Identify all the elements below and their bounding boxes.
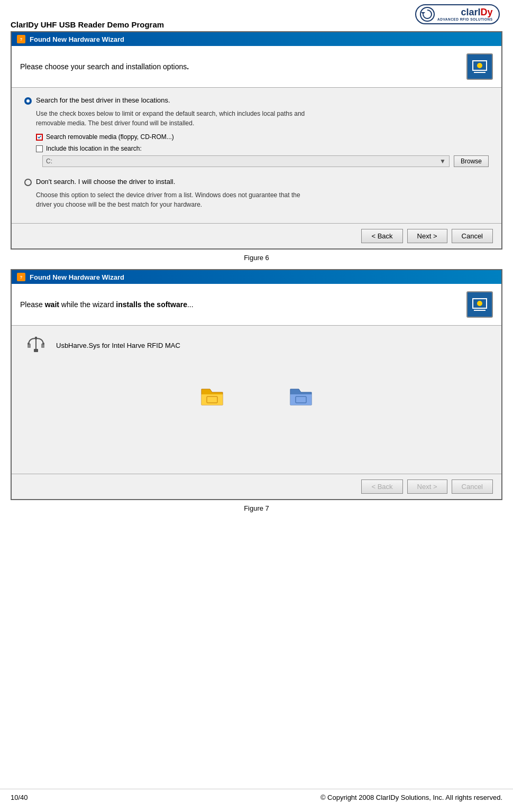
hardware-wizard-icon2	[470, 294, 490, 315]
wizard-icon-small: ?	[18, 36, 24, 42]
checkbox-location-label: Include this location in the search:	[46, 145, 142, 152]
svg-point-6	[477, 63, 482, 68]
logo-box: clarIDy ADVANCED RFID SOLUTIONS	[415, 4, 500, 24]
checkmark-icon	[38, 134, 41, 140]
svg-point-19	[42, 343, 44, 345]
radio-option-2[interactable]: Don't search. I will choose the driver t…	[24, 178, 489, 186]
checkbox-location-row[interactable]: Include this location in the search:	[36, 145, 489, 152]
figure6-titlebar: ? Found New Hardware Wizard	[12, 32, 501, 46]
checkbox-removable[interactable]	[36, 134, 43, 141]
titlebar-icon2: ?	[17, 273, 25, 281]
radio-dont-search[interactable]	[24, 179, 32, 186]
install-filename: UsbHarve.Sys for Intel Harve RFID MAC	[56, 342, 180, 349]
usb-plug-icon	[24, 336, 48, 353]
figure6-next-button[interactable]: Next >	[407, 229, 447, 243]
svg-rect-17	[34, 349, 38, 352]
checkbox-removable-label: Search removable media (floppy, CD-ROM..…	[46, 133, 174, 141]
figure6-footer: < Back Next > Cancel	[12, 223, 501, 248]
install-file-row: UsbHarve.Sys for Intel Harve RFID MAC	[24, 336, 489, 355]
install-icon-right	[288, 384, 314, 411]
radio-option-1[interactable]: Search for the best driver in these loca…	[24, 96, 489, 105]
figure7-header: Please wait while the wizard installs th…	[12, 284, 501, 326]
checkbox-removable-row[interactable]: Search removable media (floppy, CD-ROM..…	[36, 133, 489, 141]
figure7-dialog: ? Found New Hardware Wizard Please wait …	[11, 269, 502, 500]
location-input[interactable]: C: ▼	[42, 155, 450, 167]
browse-button[interactable]: Browse	[454, 155, 489, 167]
figure6-title-text: Found New Hardware Wizard	[30, 35, 124, 43]
page-header: ClarIDy UHF USB Reader Demo Program clar…	[0, 0, 513, 31]
svg-text:?: ?	[20, 275, 23, 280]
figure7-title-text: Found New Hardware Wizard	[30, 273, 124, 281]
diamond-folder-left	[199, 384, 225, 409]
figure6-cancel-button[interactable]: Cancel	[452, 229, 493, 243]
svg-marker-1	[421, 12, 425, 14]
logo-icon	[419, 6, 435, 22]
logo-text: clarIDy ADVANCED RFID SOLUTIONS	[437, 7, 493, 22]
figure6-dialog: ? Found New Hardware Wizard Please choos…	[11, 31, 502, 250]
option2-desc: Choose this option to select the device …	[36, 190, 489, 209]
svg-point-12	[477, 301, 482, 306]
figure6-back-button[interactable]: < Back	[361, 229, 402, 243]
figure6-header-title: Please choose your search and installati…	[20, 62, 189, 71]
logo-subtext: ADVANCED RFID SOLUTIONS	[437, 17, 493, 21]
figure6-content: Search for the best driver in these loca…	[12, 88, 501, 223]
figure7-cancel-button: Cancel	[452, 479, 493, 494]
page-footer: 10/40 © Copyright 2008 ClarIDy Solutions…	[0, 789, 513, 801]
figure7-footer: < Back Next > Cancel	[12, 474, 501, 499]
figure7-content: UsbHarve.Sys for Intel Harve RFID MAC	[12, 326, 501, 474]
wizard-header-icon2	[466, 291, 493, 318]
wizard-icon-small2: ?	[18, 274, 24, 280]
svg-rect-20	[35, 337, 37, 339]
usb-icon	[24, 336, 48, 355]
svg-point-0	[420, 7, 434, 21]
radio-search[interactable]	[24, 97, 32, 105]
figure7-titlebar: ? Found New Hardware Wizard	[12, 270, 501, 284]
svg-text:?: ?	[20, 37, 23, 42]
figure7-header-title: Please wait while the wizard installs th…	[20, 300, 194, 309]
install-icon-left	[199, 384, 225, 411]
titlebar-icon: ?	[17, 35, 25, 43]
hardware-wizard-icon	[470, 57, 490, 77]
page-title: ClarIDy UHF USB Reader Demo Program	[11, 4, 164, 29]
figure6-caption: Figure 6	[0, 250, 513, 269]
install-icons-row	[24, 371, 489, 423]
figure7-next-button: Next >	[407, 479, 447, 494]
wizard-header-icon	[466, 53, 493, 80]
copyright-text: © Copyright 2008 ClarIDy Solutions, Inc.…	[320, 793, 502, 801]
location-row: C: ▼ Browse	[42, 155, 489, 167]
option1-desc: Use the check boxes below to limit or ex…	[36, 109, 489, 128]
figure7-caption: Figure 7	[0, 500, 513, 520]
svg-point-18	[28, 343, 30, 345]
checkbox-location[interactable]	[36, 145, 43, 152]
figure6-header: Please choose your search and installati…	[12, 46, 501, 88]
logo-dy: Dy	[481, 7, 493, 17]
page-number: 10/40	[11, 793, 28, 801]
radio1-label: Search for the best driver in these loca…	[36, 96, 170, 104]
logo-area: clarIDy ADVANCED RFID SOLUTIONS	[415, 4, 502, 24]
figure7-back-button: < Back	[361, 479, 402, 494]
diamond-folder-right	[288, 384, 314, 409]
dropdown-arrow: ▼	[439, 158, 446, 165]
logo-clar: clarI	[461, 7, 481, 17]
radio2-label: Don't search. I will choose the driver t…	[36, 178, 175, 186]
